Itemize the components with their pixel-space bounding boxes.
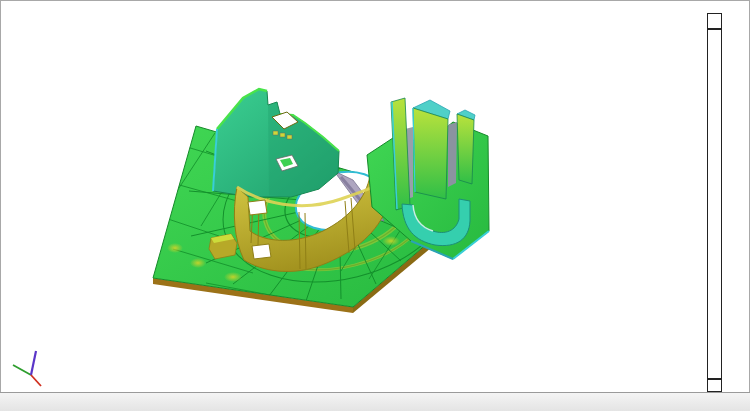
axis-triad-icon <box>13 351 41 386</box>
status-bar <box>0 392 750 411</box>
3d-viewport[interactable] <box>0 0 750 393</box>
cylinder-slot-upper <box>248 200 267 215</box>
cylinder-slot-lower <box>252 244 271 259</box>
deviation-model-canvas <box>1 1 750 393</box>
back-wall <box>213 89 339 197</box>
